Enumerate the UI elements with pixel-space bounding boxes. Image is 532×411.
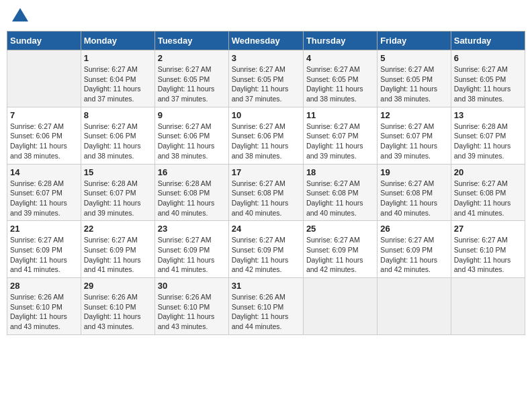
day-number: 21 (10, 224, 78, 234)
page-header (7, 7, 525, 26)
weekday-header-friday: Friday (378, 32, 451, 50)
day-number: 29 (84, 281, 152, 291)
calendar-table: SundayMondayTuesdayWednesdayThursdayFrid… (7, 31, 525, 335)
day-number: 26 (380, 224, 447, 234)
day-number: 20 (454, 167, 522, 177)
day-number: 22 (84, 224, 152, 234)
weekday-header-row: SundayMondayTuesdayWednesdayThursdayFrid… (7, 32, 525, 50)
calendar-cell: 26Sunrise: 6:27 AMSunset: 6:09 PMDayligh… (378, 221, 451, 278)
day-number: 2 (158, 53, 226, 63)
day-number: 8 (84, 110, 152, 120)
calendar-cell: 28Sunrise: 6:26 AMSunset: 6:10 PMDayligh… (7, 278, 81, 335)
weekday-header-saturday: Saturday (451, 32, 525, 50)
logo (9, 7, 30, 26)
day-info: Sunrise: 6:27 AMSunset: 6:07 PMDaylight:… (380, 122, 447, 161)
day-info: Sunrise: 6:26 AMSunset: 6:10 PMDaylight:… (158, 292, 226, 332)
day-number: 30 (158, 281, 226, 291)
calendar-cell: 7Sunrise: 6:27 AMSunset: 6:06 PMDaylight… (7, 107, 81, 164)
day-info: Sunrise: 6:28 AMSunset: 6:07 PMDaylight:… (454, 122, 522, 161)
day-info: Sunrise: 6:27 AMSunset: 6:10 PMDaylight:… (454, 235, 522, 275)
calendar-cell: 5Sunrise: 6:27 AMSunset: 6:05 PMDaylight… (378, 50, 451, 107)
calendar-cell: 10Sunrise: 6:27 AMSunset: 6:06 PMDayligh… (228, 107, 303, 164)
day-info: Sunrise: 6:27 AMSunset: 6:04 PMDaylight:… (84, 64, 152, 104)
day-info: Sunrise: 6:26 AMSunset: 6:10 PMDaylight:… (232, 292, 300, 332)
day-number: 28 (10, 281, 78, 291)
day-info: Sunrise: 6:27 AMSunset: 6:05 PMDaylight:… (158, 64, 226, 104)
weekday-header-tuesday: Tuesday (154, 32, 228, 50)
calendar-cell: 21Sunrise: 6:27 AMSunset: 6:09 PMDayligh… (7, 221, 81, 278)
day-number: 27 (454, 224, 522, 234)
day-number: 9 (158, 110, 226, 120)
calendar-cell: 9Sunrise: 6:27 AMSunset: 6:06 PMDaylight… (154, 107, 228, 164)
day-info: Sunrise: 6:27 AMSunset: 6:06 PMDaylight:… (84, 122, 152, 161)
day-number: 17 (232, 167, 300, 177)
day-number: 5 (380, 53, 447, 63)
day-info: Sunrise: 6:27 AMSunset: 6:05 PMDaylight:… (454, 64, 522, 104)
calendar-cell: 14Sunrise: 6:28 AMSunset: 6:07 PMDayligh… (7, 164, 81, 221)
day-number: 19 (380, 167, 447, 177)
day-number: 25 (306, 224, 374, 234)
calendar-cell: 6Sunrise: 6:27 AMSunset: 6:05 PMDaylight… (451, 50, 525, 107)
calendar-cell: 2Sunrise: 6:27 AMSunset: 6:05 PMDaylight… (154, 50, 228, 107)
calendar-cell: 15Sunrise: 6:28 AMSunset: 6:07 PMDayligh… (81, 164, 154, 221)
day-info: Sunrise: 6:27 AMSunset: 6:08 PMDaylight:… (454, 179, 522, 218)
day-info: Sunrise: 6:27 AMSunset: 6:08 PMDaylight:… (380, 179, 447, 218)
calendar-cell: 29Sunrise: 6:26 AMSunset: 6:10 PMDayligh… (81, 278, 154, 335)
calendar-cell: 19Sunrise: 6:27 AMSunset: 6:08 PMDayligh… (378, 164, 451, 221)
day-info: Sunrise: 6:27 AMSunset: 6:06 PMDaylight:… (232, 122, 300, 161)
day-number: 6 (454, 53, 522, 63)
calendar-cell: 17Sunrise: 6:27 AMSunset: 6:08 PMDayligh… (228, 164, 303, 221)
day-number: 15 (84, 167, 152, 177)
day-number: 3 (232, 53, 300, 63)
day-number: 31 (232, 281, 300, 291)
calendar-cell (303, 278, 377, 335)
calendar-cell: 31Sunrise: 6:26 AMSunset: 6:10 PMDayligh… (228, 278, 303, 335)
calendar-cell: 1Sunrise: 6:27 AMSunset: 6:04 PMDaylight… (81, 50, 154, 107)
calendar-week-row: 7Sunrise: 6:27 AMSunset: 6:06 PMDaylight… (7, 107, 525, 164)
day-info: Sunrise: 6:26 AMSunset: 6:10 PMDaylight:… (10, 292, 78, 332)
day-info: Sunrise: 6:27 AMSunset: 6:08 PMDaylight:… (306, 179, 374, 218)
day-info: Sunrise: 6:27 AMSunset: 6:06 PMDaylight:… (10, 122, 78, 161)
day-number: 10 (232, 110, 300, 120)
calendar-cell: 23Sunrise: 6:27 AMSunset: 6:09 PMDayligh… (154, 221, 228, 278)
day-info: Sunrise: 6:27 AMSunset: 6:09 PMDaylight:… (10, 235, 78, 275)
day-info: Sunrise: 6:27 AMSunset: 6:07 PMDaylight:… (306, 122, 374, 161)
calendar-cell: 12Sunrise: 6:27 AMSunset: 6:07 PMDayligh… (378, 107, 451, 164)
calendar-cell (451, 278, 525, 335)
day-number: 12 (380, 110, 447, 120)
calendar-cell: 16Sunrise: 6:28 AMSunset: 6:08 PMDayligh… (154, 164, 228, 221)
weekday-header-sunday: Sunday (7, 32, 81, 50)
logo-icon (11, 7, 30, 26)
day-info: Sunrise: 6:27 AMSunset: 6:09 PMDaylight:… (158, 235, 226, 275)
calendar-cell: 11Sunrise: 6:27 AMSunset: 6:07 PMDayligh… (303, 107, 377, 164)
calendar-week-row: 14Sunrise: 6:28 AMSunset: 6:07 PMDayligh… (7, 164, 525, 221)
day-info: Sunrise: 6:27 AMSunset: 6:05 PMDaylight:… (306, 64, 374, 104)
day-info: Sunrise: 6:27 AMSunset: 6:05 PMDaylight:… (232, 64, 300, 104)
day-info: Sunrise: 6:27 AMSunset: 6:09 PMDaylight:… (380, 235, 447, 275)
day-number: 11 (306, 110, 374, 120)
day-info: Sunrise: 6:27 AMSunset: 6:05 PMDaylight:… (380, 64, 447, 104)
day-info: Sunrise: 6:27 AMSunset: 6:08 PMDaylight:… (232, 179, 300, 218)
calendar-cell: 22Sunrise: 6:27 AMSunset: 6:09 PMDayligh… (81, 221, 154, 278)
day-number: 7 (10, 110, 78, 120)
calendar-cell: 27Sunrise: 6:27 AMSunset: 6:10 PMDayligh… (451, 221, 525, 278)
calendar-week-row: 1Sunrise: 6:27 AMSunset: 6:04 PMDaylight… (7, 50, 525, 107)
calendar-cell: 25Sunrise: 6:27 AMSunset: 6:09 PMDayligh… (303, 221, 377, 278)
calendar-week-row: 21Sunrise: 6:27 AMSunset: 6:09 PMDayligh… (7, 221, 525, 278)
svg-marker-0 (12, 8, 28, 21)
calendar-cell: 13Sunrise: 6:28 AMSunset: 6:07 PMDayligh… (451, 107, 525, 164)
weekday-header-monday: Monday (81, 32, 154, 50)
day-number: 18 (306, 167, 374, 177)
calendar-cell: 8Sunrise: 6:27 AMSunset: 6:06 PMDaylight… (81, 107, 154, 164)
day-info: Sunrise: 6:27 AMSunset: 6:09 PMDaylight:… (84, 235, 152, 275)
calendar-cell: 3Sunrise: 6:27 AMSunset: 6:05 PMDaylight… (228, 50, 303, 107)
day-info: Sunrise: 6:27 AMSunset: 6:06 PMDaylight:… (158, 122, 226, 161)
day-info: Sunrise: 6:27 AMSunset: 6:09 PMDaylight:… (306, 235, 374, 275)
day-info: Sunrise: 6:26 AMSunset: 6:10 PMDaylight:… (84, 292, 152, 332)
day-info: Sunrise: 6:28 AMSunset: 6:08 PMDaylight:… (158, 179, 226, 218)
day-info: Sunrise: 6:27 AMSunset: 6:09 PMDaylight:… (232, 235, 300, 275)
calendar-cell: 4Sunrise: 6:27 AMSunset: 6:05 PMDaylight… (303, 50, 377, 107)
calendar-cell (7, 50, 81, 107)
calendar-cell (378, 278, 451, 335)
weekday-header-thursday: Thursday (303, 32, 377, 50)
